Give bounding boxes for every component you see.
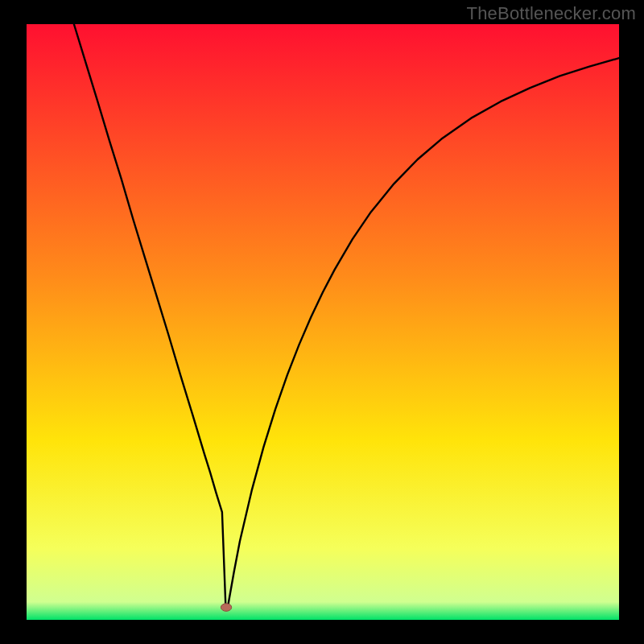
attribution-label: TheBottlenecker.com xyxy=(467,3,636,24)
bottleneck-chart xyxy=(0,0,644,644)
chart-container: TheBottlenecker.com xyxy=(0,0,644,644)
plot-area xyxy=(27,24,619,620)
optimal-point-marker xyxy=(221,604,231,612)
